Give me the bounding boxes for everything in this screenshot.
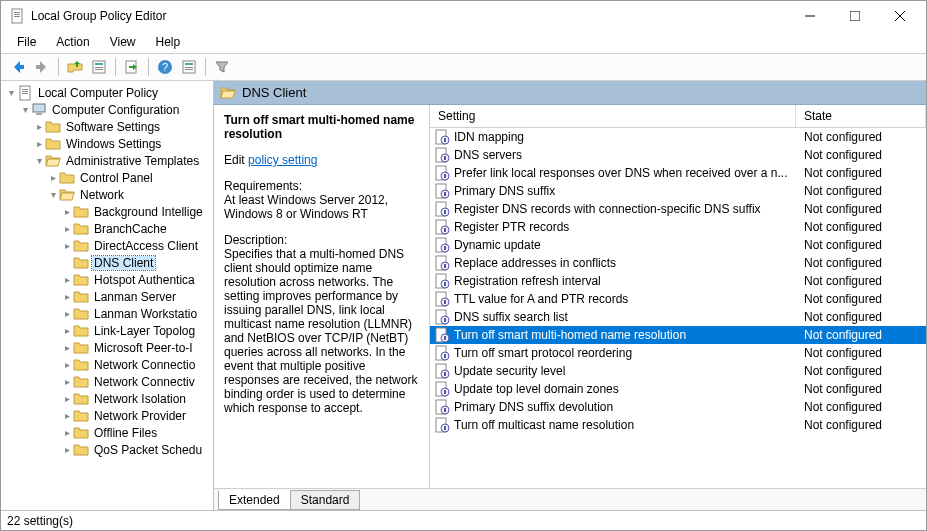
tree-item[interactable]: ▸Network Provider xyxy=(1,407,213,424)
tree-item[interactable]: ▸Background Intellige xyxy=(1,203,213,220)
tree-item[interactable]: ▸Network Connectio xyxy=(1,356,213,373)
tree-item[interactable]: ▸Offline Files xyxy=(1,424,213,441)
setting-row[interactable]: Prefer link local responses over DNS whe… xyxy=(430,164,926,182)
tree-label: Computer Configuration xyxy=(50,103,181,117)
tree-expander-icon[interactable]: ▸ xyxy=(33,138,45,149)
tree-control-panel[interactable]: ▸Control Panel xyxy=(1,169,213,186)
tab-standard[interactable]: Standard xyxy=(290,490,361,510)
tree-expander-icon[interactable]: ▾ xyxy=(19,104,31,115)
setting-state: Not configured xyxy=(804,202,926,216)
setting-state: Not configured xyxy=(804,346,926,360)
setting-row[interactable]: Turn off multicast name resolutionNot co… xyxy=(430,416,926,434)
help-button[interactable] xyxy=(154,56,176,78)
menu-action[interactable]: Action xyxy=(46,33,99,51)
show-hide-tree-button[interactable] xyxy=(88,56,110,78)
setting-row[interactable]: Register PTR recordsNot configured xyxy=(430,218,926,236)
tree-expander-icon[interactable]: ▸ xyxy=(61,240,73,251)
up-button[interactable] xyxy=(64,56,86,78)
menu-help[interactable]: Help xyxy=(146,33,191,51)
setting-row[interactable]: Dynamic updateNot configured xyxy=(430,236,926,254)
tree-item[interactable]: ▸QoS Packet Schedu xyxy=(1,441,213,458)
folder-icon xyxy=(45,119,61,135)
tree-computer-configuration[interactable]: ▾Computer Configuration xyxy=(1,101,213,118)
setting-row[interactable]: Turn off smart multi-homed name resoluti… xyxy=(430,326,926,344)
filter-button[interactable] xyxy=(211,56,233,78)
toolbar-separator xyxy=(148,58,149,76)
setting-row[interactable]: Primary DNS suffixNot configured xyxy=(430,182,926,200)
tree-root[interactable]: ▾Local Computer Policy xyxy=(1,84,213,101)
menu-view[interactable]: View xyxy=(100,33,146,51)
setting-row[interactable]: Registration refresh intervalNot configu… xyxy=(430,272,926,290)
tree-item[interactable]: ▸Network Isolation xyxy=(1,390,213,407)
svg-rect-17 xyxy=(850,11,860,21)
tree-item[interactable]: ▸Link-Layer Topolog xyxy=(1,322,213,339)
setting-name: TTL value for A and PTR records xyxy=(454,292,804,306)
setting-row[interactable]: DNS suffix search listNot configured xyxy=(430,308,926,326)
setting-row[interactable]: Primary DNS suffix devolutionNot configu… xyxy=(430,398,926,416)
tree-expander-icon[interactable]: ▾ xyxy=(47,189,59,200)
edit-policy-link[interactable]: policy setting xyxy=(248,153,317,167)
tree-administrative-templates[interactable]: ▾Administrative Templates xyxy=(1,152,213,169)
tree-expander-icon[interactable]: ▸ xyxy=(61,427,73,438)
tree-expander-icon[interactable]: ▸ xyxy=(61,376,73,387)
tree-label: DirectAccess Client xyxy=(92,239,200,253)
tree-expander-icon[interactable]: ▸ xyxy=(61,410,73,421)
setting-row[interactable]: Turn off smart protocol reorderingNot co… xyxy=(430,344,926,362)
tree-expander-icon[interactable]: ▸ xyxy=(47,172,59,183)
setting-row[interactable]: TTL value for A and PTR recordsNot confi… xyxy=(430,290,926,308)
tree-item[interactable]: ▸Lanman Server xyxy=(1,288,213,305)
tree-item[interactable]: ▸Lanman Workstatio xyxy=(1,305,213,322)
policy-icon xyxy=(434,219,450,235)
tree-expander-icon[interactable]: ▸ xyxy=(61,223,73,234)
menu-file[interactable]: File xyxy=(7,33,46,51)
folder-icon xyxy=(73,272,89,288)
tree-item[interactable]: DNS Client xyxy=(1,254,213,271)
setting-row[interactable]: IDN mappingNot configured xyxy=(430,128,926,146)
tree-expander-icon[interactable]: ▸ xyxy=(61,444,73,455)
folder-open-icon xyxy=(59,187,75,203)
tree-item[interactable]: ▸Microsoft Peer-to-I xyxy=(1,339,213,356)
setting-row[interactable]: DNS serversNot configured xyxy=(430,146,926,164)
settings-list[interactable]: IDN mappingNot configuredDNS serversNot … xyxy=(430,128,926,488)
folder-icon xyxy=(73,204,89,220)
tree-item[interactable]: ▸DirectAccess Client xyxy=(1,237,213,254)
tree-label: Network Connectio xyxy=(92,358,197,372)
maximize-button[interactable] xyxy=(832,2,877,30)
export-button[interactable] xyxy=(121,56,143,78)
tree-expander-icon[interactable]: ▸ xyxy=(33,121,45,132)
tree-software-settings[interactable]: ▸Software Settings xyxy=(1,118,213,135)
tree-expander-icon[interactable]: ▸ xyxy=(61,206,73,217)
setting-row[interactable]: Register DNS records with connection-spe… xyxy=(430,200,926,218)
tree-item[interactable]: ▸BranchCache xyxy=(1,220,213,237)
properties-button[interactable] xyxy=(178,56,200,78)
tree-expander-icon[interactable]: ▸ xyxy=(61,359,73,370)
tree-expander-icon[interactable]: ▸ xyxy=(61,274,73,285)
setting-title: Turn off smart multi-homed name resoluti… xyxy=(224,113,419,141)
setting-row[interactable]: Update security levelNot configured xyxy=(430,362,926,380)
column-setting[interactable]: Setting xyxy=(430,105,796,127)
tree-expander-icon[interactable]: ▾ xyxy=(33,155,45,166)
tree-expander-icon[interactable]: ▾ xyxy=(5,87,17,98)
tree-pane[interactable]: ▾Local Computer Policy▾Computer Configur… xyxy=(1,81,214,510)
tree-expander-icon[interactable]: ▸ xyxy=(61,325,73,336)
setting-row[interactable]: Replace addresses in conflictsNot config… xyxy=(430,254,926,272)
close-button[interactable] xyxy=(877,2,922,30)
requirements-heading: Requirements: xyxy=(224,179,419,193)
edit-prefix: Edit xyxy=(224,153,245,167)
setting-row[interactable]: Update top level domain zonesNot configu… xyxy=(430,380,926,398)
tree-item[interactable]: ▸Hotspot Authentica xyxy=(1,271,213,288)
tree-expander-icon[interactable]: ▸ xyxy=(61,342,73,353)
tree-network[interactable]: ▾Network xyxy=(1,186,213,203)
description-pane: Turn off smart multi-homed name resoluti… xyxy=(214,105,430,488)
tree-expander-icon[interactable]: ▸ xyxy=(61,291,73,302)
back-button[interactable] xyxy=(7,56,29,78)
tab-extended[interactable]: Extended xyxy=(218,490,291,510)
tree-windows-settings[interactable]: ▸Windows Settings xyxy=(1,135,213,152)
tree-item[interactable]: ▸Network Connectiv xyxy=(1,373,213,390)
forward-button[interactable] xyxy=(31,56,53,78)
folder-icon xyxy=(73,391,89,407)
column-state[interactable]: State xyxy=(796,105,926,127)
minimize-button[interactable] xyxy=(787,2,832,30)
tree-expander-icon[interactable]: ▸ xyxy=(61,308,73,319)
tree-expander-icon[interactable]: ▸ xyxy=(61,393,73,404)
